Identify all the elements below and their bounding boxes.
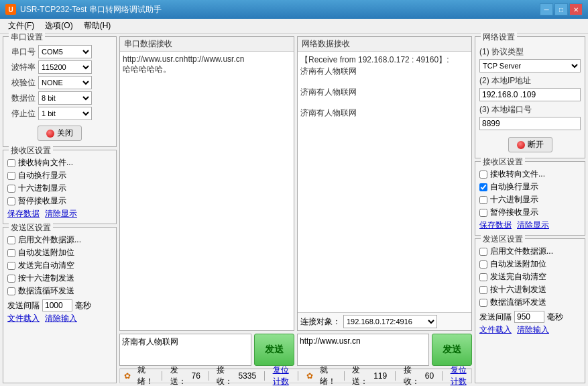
serial-recv-label: 串口数据接收 xyxy=(120,37,294,52)
data-label: 数据位 xyxy=(7,93,36,104)
check-select[interactable]: NONE xyxy=(38,76,92,89)
status-right-text: 就绪！ xyxy=(320,365,336,386)
left-send-cb-1[interactable] xyxy=(7,249,15,257)
stop-label: 停止位 xyxy=(7,108,36,119)
left-interval-input[interactable]: 1000 xyxy=(42,299,72,311)
serial-send-button[interactable]: 发送 xyxy=(254,334,294,366)
right-file-load-link[interactable]: 文件载入 xyxy=(479,324,512,336)
right-recv-cb-2[interactable] xyxy=(479,196,487,204)
status-left-send-label: 发送： xyxy=(170,365,186,386)
right-send-cb-3[interactable] xyxy=(479,286,487,294)
app-icon: U xyxy=(5,4,16,15)
status-left-icon: ✿ xyxy=(124,371,131,381)
left-send-opt-4: 数据流循环发送 xyxy=(7,285,112,297)
right-clear-input-link[interactable]: 清除输入 xyxy=(517,324,549,336)
right-recv-links: 保存数据 清除显示 xyxy=(479,220,581,231)
right-send-settings-title: 发送区设置 xyxy=(481,234,525,245)
serial-close-button[interactable]: 关闭 xyxy=(38,126,82,141)
menu-options[interactable]: 选项(O) xyxy=(40,19,78,33)
serial-recv-area: 串口数据接收 http://www.usr.cnhttp://www.usr.c… xyxy=(119,36,294,331)
left-send-settings-title: 发送区设置 xyxy=(9,222,53,234)
right-interval-input[interactable]: 950 xyxy=(514,311,544,323)
serial-send-input[interactable]: 济南有人物联网 xyxy=(119,334,251,366)
left-interval-unit: 毫秒 xyxy=(75,300,91,311)
data-select[interactable]: 8 bit xyxy=(38,91,92,105)
right-send-cb-0[interactable] xyxy=(479,248,487,256)
right-send-cb-2[interactable] xyxy=(479,273,487,281)
divider-7 xyxy=(442,371,443,381)
left-clear-input-link[interactable]: 清除输入 xyxy=(45,313,77,324)
status-right-recv-value: 60 xyxy=(425,371,434,381)
port-select[interactable]: COM5 xyxy=(38,45,92,58)
close-button[interactable]: ✕ xyxy=(569,3,583,15)
divider-1 xyxy=(162,371,162,381)
left-interval-row: 发送间隔 1000 毫秒 xyxy=(7,299,112,311)
right-send-cb-4[interactable] xyxy=(479,299,487,307)
left-recv-cb-3[interactable] xyxy=(7,197,15,205)
right-recv-cb-1[interactable] xyxy=(479,183,487,191)
menu-help[interactable]: 帮助(H) xyxy=(78,19,117,33)
right-recv-cb-0[interactable] xyxy=(479,171,487,179)
left-panel: 串口设置 串口号 COM5 波特率 115200 校验位 NONE 数 xyxy=(3,36,117,383)
baud-row: 波特率 115200 xyxy=(7,60,112,74)
net-send-button[interactable]: 发送 xyxy=(432,334,472,366)
left-send-settings-group: 发送区设置 启用文件数据源... 自动发送附加位 发送完自动清空 按十六进制发送… xyxy=(3,227,117,383)
left-send-cb-4[interactable] xyxy=(7,287,15,295)
left-send-opt-1: 自动发送附加位 xyxy=(7,247,112,258)
divider-6 xyxy=(395,371,396,381)
ip-input[interactable]: 192.168.0 .109 xyxy=(479,88,581,101)
right-recv-settings-title: 接收区设置 xyxy=(481,156,525,168)
serial-settings-title: 串口设置 xyxy=(9,32,45,43)
connect-target-label: 连接对象： xyxy=(300,316,341,328)
net-send-input[interactable]: http://www.usr.cn xyxy=(297,334,429,366)
red-dot-right-icon xyxy=(517,141,525,149)
top-middle: 串口数据接收 http://www.usr.cnhttp://www.usr.c… xyxy=(119,36,472,331)
net-disconnect-button[interactable]: 断开 xyxy=(508,137,552,152)
left-recv-opt-0: 接收转向文件... xyxy=(7,157,112,168)
port-input[interactable]: 8899 xyxy=(479,117,581,130)
status-right-icon: ✿ xyxy=(306,371,313,381)
left-recv-cb-0[interactable] xyxy=(7,159,15,167)
left-clear-display-link[interactable]: 清除显示 xyxy=(45,208,77,220)
right-recv-opt-1: 自动换行显示 xyxy=(479,181,581,193)
divider-4 xyxy=(298,371,298,381)
right-send-opt-2: 发送完自动清空 xyxy=(479,271,581,283)
window-title: USR-TCP232-Test 串口转网络调试助手 xyxy=(20,4,540,15)
left-file-load-link[interactable]: 文件载入 xyxy=(7,313,40,324)
right-clear-display-link[interactable]: 清除显示 xyxy=(517,220,549,231)
connect-target-select[interactable]: 192.168.0.172:4916 xyxy=(343,315,437,328)
net-recv-area: 网络数据接收 【Receive from 192.168.0.172 : 491… xyxy=(297,36,472,331)
left-reset-count-link[interactable]: 复位计数 xyxy=(273,365,290,386)
baud-select[interactable]: 115200 xyxy=(38,60,92,74)
right-interval-label: 发送间隔 xyxy=(479,311,512,323)
right-recv-opt-2: 十六进制显示 xyxy=(479,194,581,205)
minimize-button[interactable]: ─ xyxy=(540,3,553,15)
port-label: 串口号 xyxy=(7,46,36,58)
menu-file[interactable]: 文件(F) xyxy=(3,19,40,33)
maximize-button[interactable]: □ xyxy=(554,3,568,15)
left-recv-opt-2: 十六进制显示 xyxy=(7,183,112,194)
check-label: 校验位 xyxy=(7,77,36,89)
stop-select[interactable]: 1 bit xyxy=(38,107,92,120)
serial-recv-content: http://www.usr.cnhttp://www.usr.cn 哈哈哈哈哈… xyxy=(120,52,294,330)
left-recv-cb-1[interactable] xyxy=(7,172,15,180)
left-recv-settings-title: 接收区设置 xyxy=(9,145,53,156)
protocol-select[interactable]: TCP Server xyxy=(479,59,581,73)
right-recv-opt-0: 接收转向文件... xyxy=(479,168,581,180)
right-send-cb-1[interactable] xyxy=(479,260,487,269)
status-left-recv-value: 5335 xyxy=(238,371,256,381)
left-send-cb-3[interactable] xyxy=(7,275,15,283)
left-recv-cb-2[interactable] xyxy=(7,185,15,193)
left-recv-settings-group: 接收区设置 接收转向文件... 自动换行显示 十六进制显示 暂停接收显示 保存数… xyxy=(3,150,117,224)
right-reset-count-link[interactable]: 复位计数 xyxy=(451,365,467,386)
left-send-cb-0[interactable] xyxy=(7,236,15,244)
main-container: 串口设置 串口号 COM5 波特率 115200 校验位 NONE 数 xyxy=(0,34,588,386)
left-send-opt-0: 启用文件数据源... xyxy=(7,234,112,246)
right-recv-cb-3[interactable] xyxy=(479,209,487,217)
right-send-opt-1: 自动发送附加位 xyxy=(479,258,581,270)
left-save-data-link[interactable]: 保存数据 xyxy=(7,208,40,220)
right-save-data-link[interactable]: 保存数据 xyxy=(479,220,512,231)
left-send-cb-2[interactable] xyxy=(7,262,15,270)
right-send-links: 文件载入 清除输入 xyxy=(479,324,581,336)
left-recv-opt-3: 暂停接收显示 xyxy=(7,195,112,207)
